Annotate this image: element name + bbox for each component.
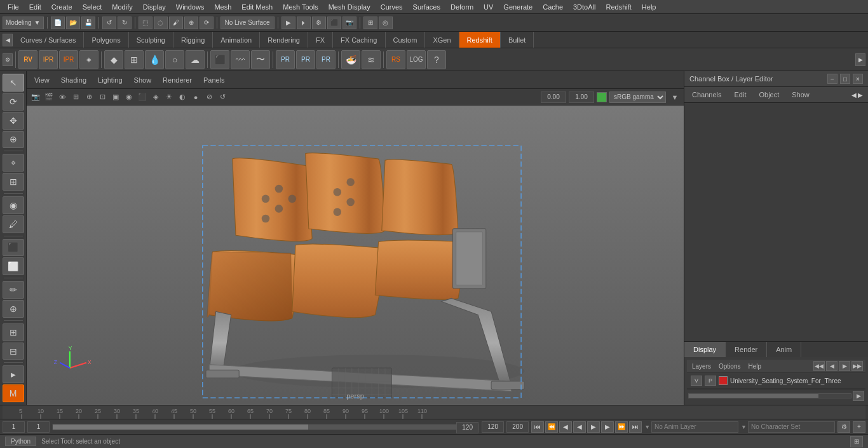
shelf-cube-btn[interactable]: ⬛ [210,50,229,69]
layer-down-btn[interactable]: ▶▶ [851,361,863,371]
cb-tab-edit[interactable]: Edit [731,90,749,100]
object-mode-btn[interactable]: ▶ [3,365,24,383]
tab-curves-surfaces[interactable]: Curves / Surfaces [13,32,84,48]
menu-mesh[interactable]: Mesh [209,2,236,12]
vp-menu-lighting[interactable]: Lighting [93,75,128,85]
workspace-dropdown[interactable]: Modeling ▼ [3,17,44,29]
vp-gamma-select[interactable]: sRGB gamma [609,92,666,103]
tab-animation[interactable]: Animation [213,32,260,48]
menu-deform[interactable]: Deform [445,2,478,12]
vp-camera-icon[interactable]: 📷 [29,91,42,104]
cb-tab-object[interactable]: Object [756,90,782,100]
shelf-pr-btn[interactable]: PR [276,50,295,69]
tab-fx[interactable]: FX [308,32,333,48]
vp-eye-icon[interactable]: 👁 [56,91,69,104]
vp-menu-renderer[interactable]: Renderer [158,75,197,85]
display-grid-btn[interactable]: ⊞ [363,17,377,29]
shelf-swatch-btn[interactable]: ◈ [79,50,98,69]
move-snap-btn[interactable]: ⊕ [184,17,198,29]
layers-btn[interactable]: Layers [689,362,714,370]
layer-scroll-right-btn[interactable]: ▶ [853,391,864,401]
soft-select-tool[interactable]: ◉ [3,196,24,214]
range-end-input[interactable] [456,422,478,433]
paint-select-btn[interactable]: 🖌 [169,17,183,29]
shelf-sphere-btn[interactable]: ○ [165,50,184,69]
tab-display[interactable]: Display [684,342,726,357]
vp-ao-icon[interactable]: ● [189,91,202,104]
show-manip-tool[interactable]: ⊞ [3,323,24,341]
maya-btn[interactable]: M [3,384,24,402]
vp-hud-icon[interactable]: ◈ [149,91,162,104]
end-frame-input[interactable] [482,421,504,433]
layer-right-btn[interactable]: ▶ [839,361,850,371]
shelf-cloud-btn[interactable]: ☁ [186,50,205,69]
vp-menu-panels[interactable]: Panels [198,75,230,85]
snap-align-tool[interactable]: ⊟ [3,343,24,360]
vp-film-icon[interactable]: 🎬 [43,91,55,104]
menu-file[interactable]: File [3,2,24,12]
vp-select-mask-icon[interactable]: ⊡ [96,91,109,104]
shelf-wave2-btn[interactable]: 〜 [251,50,270,69]
menu-modify[interactable]: Modify [107,2,137,12]
menu-help[interactable]: Help [637,2,661,12]
status-right-icon[interactable]: ⊞ [850,436,863,447]
tab-redshift[interactable]: Redshift [459,32,501,48]
tab-polygons[interactable]: Polygons [84,32,128,48]
channel-box-expand-btn[interactable]: □ [840,74,850,84]
vp-panel-icon[interactable]: ⬛ [136,91,149,104]
crease-tool[interactable]: ⊕ [3,300,24,318]
vp-menu-shading[interactable]: Shading [56,75,92,85]
scale-tool[interactable]: ✥ [3,112,24,130]
shelf-rv-btn[interactable]: RV [18,50,37,69]
prev-frame-btn[interactable]: ◀ [559,421,572,433]
play-back-btn[interactable]: ◀ [573,421,586,433]
sculpt-tool[interactable]: ✏ [3,281,24,299]
shelf-pr2-btn[interactable]: PR [296,50,315,69]
redo-btn[interactable]: ↻ [118,17,132,29]
layer-color-swatch[interactable] [719,376,728,385]
vp-menu-show[interactable]: Show [129,75,157,85]
menu-edit-mesh[interactable]: Edit Mesh [236,2,278,12]
layer-v-toggle[interactable]: V [691,376,702,386]
cb-tab-channels[interactable]: Channels [689,90,724,100]
tab-xgen[interactable]: XGen [425,32,459,48]
shelf-log-btn[interactable]: LOG [407,50,426,69]
shelf-help-btn[interactable]: ? [427,50,446,69]
shelf-right-arrow[interactable]: ▶ [855,53,865,66]
menu-edit[interactable]: Edit [24,2,46,12]
tab-render[interactable]: Render [726,342,767,357]
step-back-btn[interactable]: ⏪ [545,421,558,433]
menu-mesh-display[interactable]: Mesh Display [323,2,376,12]
shelf-grid-btn[interactable]: ⊞ [125,50,144,69]
vp-refresh-icon[interactable]: ↺ [216,91,229,104]
channel-box-minimize-btn[interactable]: − [827,74,837,84]
vp-shadow-icon[interactable]: ◐ [176,91,189,104]
viewport-canvas[interactable]: X Y Z persp [27,105,684,405]
tabs-left-arrow[interactable]: ◀ [3,34,13,46]
no-live-surface-btn[interactable]: No Live Surface [220,17,275,29]
new-file-btn[interactable]: 📄 [51,17,65,29]
tab-rendering[interactable]: Rendering [260,32,308,48]
go-to-start-btn[interactable]: ⏮ [531,421,544,433]
char-set-extra-btn[interactable]: + [853,421,865,433]
layer-up-btn[interactable]: ◀◀ [813,361,825,371]
shelf-drop-btn[interactable]: 💧 [145,50,164,69]
vp-rotation-field[interactable] [541,92,566,103]
start-frame-input[interactable] [27,421,50,433]
shelf-rs-node-btn[interactable]: RS [386,50,405,69]
tab-rigging[interactable]: Rigging [173,32,213,48]
render-region-btn[interactable]: ⬛ [327,17,341,29]
menu-curves[interactable]: Curves [376,2,408,12]
menu-3dtall[interactable]: 3DtoAll [568,2,600,12]
paint-sel-tool[interactable]: 🖊 [3,215,24,233]
play-fwd-btn[interactable]: ▶ [587,421,600,433]
max-frame-input[interactable] [506,421,529,433]
layers-options-btn[interactable]: Options [716,362,743,370]
tab-bullet[interactable]: Bullet [501,32,534,48]
menu-create[interactable]: Create [46,2,78,12]
vp-color-mode-icon[interactable] [597,92,607,102]
shelf-ipr-btn[interactable]: IPR [39,50,58,69]
rotate-tool[interactable]: ⊕ [3,131,24,149]
anim-layer-input[interactable] [651,421,738,433]
status-settings-btn[interactable]: ⊞ [850,436,863,447]
